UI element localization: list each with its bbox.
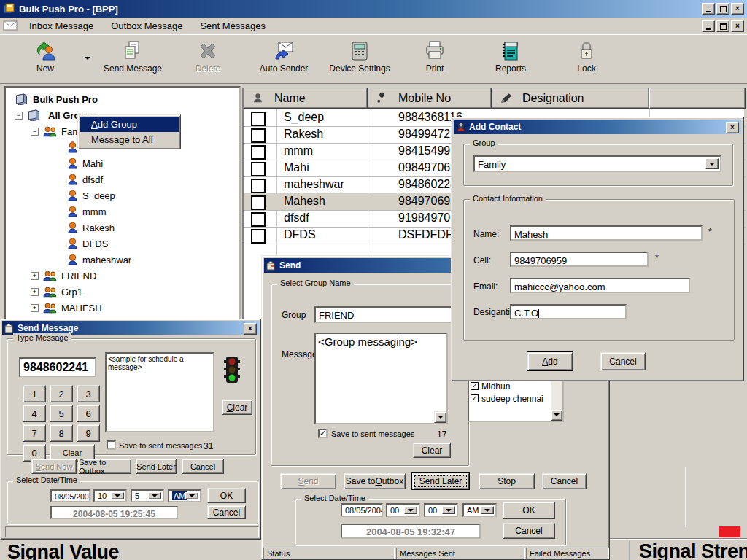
members-scroll-down[interactable] [551, 409, 562, 421]
toolbar-button-lock[interactable]: Lock [553, 38, 620, 82]
send-dialog-button-cancel[interactable]: Cancel [542, 473, 587, 489]
ac-group-combo[interactable]: Family [473, 155, 721, 172]
sm-minute-combo[interactable]: 5 [131, 489, 164, 502]
send-dialog-button-stop[interactable]: Stop [479, 473, 535, 489]
row-checkbox[interactable] [251, 145, 266, 160]
keypad-button-1[interactable]: 1 [23, 385, 46, 402]
toolbar-button-reports[interactable]: Reports [477, 38, 544, 82]
send-hour-combo[interactable]: 00 [386, 503, 420, 517]
collapse-icon[interactable]: − [15, 112, 23, 120]
ac-email-input[interactable]: mahiccc@yahoo.com [510, 278, 690, 293]
ac-designation-input[interactable]: C.T.O [510, 304, 627, 319]
toolbar-button-new[interactable]: New [12, 38, 79, 82]
tree-contact-Mahi[interactable]: Mahi [6, 156, 239, 171]
row-checkbox[interactable] [251, 229, 266, 244]
member-item[interactable]: ✓Midhun [469, 380, 551, 392]
toolbar-button-auto-sender[interactable]: Auto Sender [250, 38, 317, 82]
row-checkbox[interactable] [251, 162, 266, 176]
scroll-down-button[interactable] [434, 411, 446, 423]
chevron-down-icon[interactable] [111, 492, 124, 499]
row-checkbox[interactable] [251, 112, 266, 126]
toolbar-button-delete[interactable]: Delete [174, 38, 241, 82]
tree-group-Grp1[interactable]: +Grp1 [6, 284, 239, 299]
keypad-button-2[interactable]: 2 [50, 385, 73, 402]
sm-datetime-ok-button[interactable]: OK [207, 488, 246, 503]
expand-icon[interactable]: + [31, 288, 39, 296]
send-ampm-combo[interactable]: AM [462, 503, 497, 517]
keypad-button-8[interactable]: 8 [50, 424, 73, 442]
keypad-button-4[interactable]: 4 [23, 405, 46, 422]
sm-button-save-to-outbox[interactable]: Save to Outbox [78, 459, 131, 474]
toolbar-button-send-message[interactable]: Send Message [99, 38, 166, 82]
tree-contact-S_deep[interactable]: S_deep [6, 188, 239, 203]
send-datetime-cancel-button[interactable]: Cancel [503, 523, 555, 539]
member-item[interactable]: ✓sudeep chennai [469, 392, 551, 405]
close-button[interactable]: × [731, 3, 744, 15]
member-checkbox[interactable]: ✓ [471, 382, 479, 390]
keypad-button-3[interactable]: 3 [77, 385, 100, 402]
toolbar-button-print[interactable]: Print [401, 38, 468, 82]
menu-item-sent-messages[interactable]: Sent Messages [191, 18, 274, 34]
mdi-close-button[interactable]: × [731, 20, 744, 32]
chevron-down-icon[interactable] [404, 506, 417, 514]
context-menu-item-add-group[interactable]: Add Group [80, 117, 179, 132]
side-clear-button[interactable]: Clear [222, 400, 252, 415]
send-dialog-button-send-later[interactable]: Send Later [412, 473, 469, 489]
toolbar-button-device-settings[interactable]: Device Settings [326, 38, 393, 82]
keypad-button-9[interactable]: 9 [77, 424, 100, 442]
minimize-button[interactable] [702, 3, 715, 15]
tree-contact-mmm[interactable]: mmm [6, 204, 239, 219]
mdi-minimize-button[interactable] [702, 20, 715, 32]
collapse-icon[interactable]: − [31, 128, 39, 136]
menu-item-inbox-message[interactable]: Inbox Message [20, 18, 102, 34]
row-checkbox[interactable] [251, 179, 266, 193]
row-checkbox[interactable] [251, 195, 266, 210]
chevron-down-icon[interactable] [705, 158, 719, 169]
table-header-empty[interactable] [649, 88, 746, 109]
context-menu-item-message-to-all[interactable]: Message to All [80, 132, 179, 147]
group-combo[interactable]: FRIEND [314, 306, 460, 323]
new-dropdown-caret[interactable] [85, 57, 90, 60]
save-sent-checkbox-sm[interactable] [107, 440, 116, 450]
send-datetime-ok-button[interactable]: OK [503, 502, 555, 519]
member-checkbox[interactable]: ✓ [471, 394, 479, 402]
phone-number-input[interactable]: 9848602241 [19, 357, 96, 377]
sm-button-send-later[interactable]: Send Later [136, 459, 177, 474]
clear-button[interactable]: Clear [413, 443, 451, 458]
tree-contact-maheshwar[interactable]: maheshwar [6, 252, 239, 267]
keypad-button-5[interactable]: 5 [50, 405, 73, 422]
schedule-message-textarea[interactable]: <sample for schedule a message> [105, 352, 214, 432]
ac-cancel-button[interactable]: Cancel [600, 352, 646, 370]
ac-add-button[interactable]: Add [527, 352, 573, 370]
send-minute-combo[interactable]: 00 [424, 503, 458, 517]
table-header-mobile-no[interactable]: Mobile No [368, 88, 492, 109]
sm-hour-combo[interactable]: 10 [93, 489, 127, 502]
restore-button[interactable] [716, 3, 729, 15]
row-checkbox[interactable] [251, 128, 266, 143]
sm-button-cancel[interactable]: Cancel [182, 459, 224, 474]
chevron-down-icon[interactable] [442, 506, 455, 514]
send-date-input[interactable]: 08/05/2004 [341, 503, 383, 517]
send-dialog-button-save-to-outbox[interactable]: Save to Outbox [344, 473, 406, 489]
keypad-button-6[interactable]: 6 [77, 405, 100, 422]
tree-contact-dfsdf[interactable]: dfsdf [6, 172, 239, 187]
keypad-button-7[interactable]: 7 [23, 424, 46, 442]
tree-contact-DFDS[interactable]: DFDS [6, 236, 239, 251]
message-scrollbar[interactable] [434, 334, 446, 423]
sm-datetime-cancel-button[interactable]: Cancel [207, 505, 246, 519]
sm-ampm-combo[interactable]: AM [168, 489, 201, 502]
expand-icon[interactable]: + [31, 304, 39, 312]
tree-group-MAHESH[interactable]: +MAHESH [6, 300, 239, 315]
chevron-down-icon[interactable] [148, 492, 161, 499]
send-message-close-button[interactable]: × [244, 323, 257, 335]
sm-button-send-now[interactable]: Send Now [31, 459, 77, 474]
expand-icon[interactable]: + [31, 272, 39, 280]
menu-item-outbox-message[interactable]: Outbox Message [102, 18, 191, 34]
table-header-designation[interactable]: Designation [492, 88, 649, 109]
add-contact-close-button[interactable]: × [726, 122, 739, 133]
ac-cell-input[interactable]: 9849706959 [510, 252, 649, 267]
sm-date-input[interactable]: 08/05/2004 [50, 489, 90, 502]
tree-group-FRIEND[interactable]: +FRIEND [6, 268, 239, 283]
table-header-name[interactable]: Name [244, 88, 368, 109]
send-dialog-button-send[interactable]: Send [280, 473, 336, 489]
